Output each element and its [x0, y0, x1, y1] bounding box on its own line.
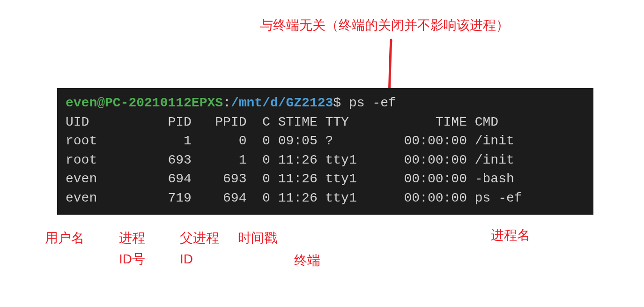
label-user: 用户名 [45, 228, 84, 249]
prompt-path: /mnt/d/GZ2123 [231, 96, 333, 110]
prompt-command: ps -ef [349, 96, 396, 110]
label-stime: 时间戳 [238, 228, 277, 249]
label-cmd: 进程名 [491, 225, 530, 246]
prompt-symbol: $ [333, 96, 341, 110]
label-ppid: 父进程 ID [180, 228, 219, 270]
prompt-colon: : [223, 96, 231, 110]
label-pid: 进程 ID号 [119, 228, 145, 270]
label-tty: 终端 [294, 250, 320, 271]
label-pid-line1: 进程 [119, 228, 145, 249]
terminal-window[interactable]: even@PC-20210112EPXS:/mnt/d/GZ2123$ ps -… [57, 88, 593, 215]
prompt-user-host: even@PC-20210112EPXS [66, 96, 223, 110]
ps-output: UID PID PPID C STIME TTY TIME CMD root 1… [66, 113, 585, 208]
annotation-top: 与终端无关（终端的关闭并不影响该进程） [260, 16, 509, 34]
prompt-line: even@PC-20210112EPXS:/mnt/d/GZ2123$ ps -… [66, 94, 585, 113]
label-ppid-line2: ID [180, 249, 219, 270]
label-pid-line2: ID号 [119, 249, 145, 270]
label-ppid-line1: 父进程 [180, 228, 219, 249]
